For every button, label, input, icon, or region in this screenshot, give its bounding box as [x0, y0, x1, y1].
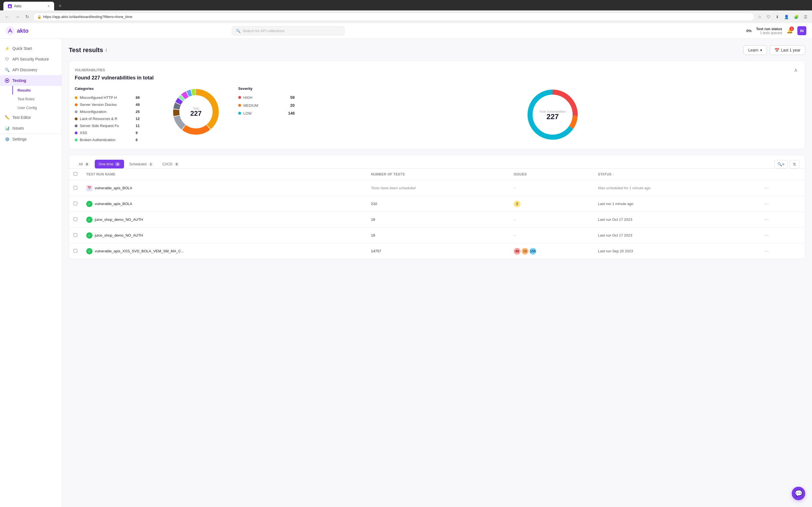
- sidebar-item-issues[interactable]: 📊 Issues: [0, 123, 62, 133]
- sidebar-item-settings[interactable]: ⚙️ Settings: [0, 133, 62, 145]
- table-header: Test run name Number of tests Issues Sta…: [69, 169, 805, 180]
- severity-label: HIGH: [243, 96, 288, 100]
- edit-icon: ✏️: [4, 115, 10, 120]
- page-actions: Learn ▾ 📅 Last 1 year: [744, 45, 805, 55]
- chat-button[interactable]: 💬: [792, 487, 805, 500]
- table-tabs: All 9 One time 8 Scheduled 1 CI/CD 0: [69, 155, 805, 169]
- url-bar[interactable]: 🔒 https://app.akto.io/dashboard/testing?…: [33, 13, 755, 21]
- chart-icon: 📊: [4, 126, 10, 131]
- url-text: https://app.akto.io/dashboard/testing?fi…: [43, 15, 132, 19]
- collapse-btn[interactable]: ∧: [792, 66, 799, 74]
- vuln-title: Found 227 vulnerabilities in total: [75, 75, 799, 81]
- profile-icon[interactable]: 👤: [783, 13, 790, 20]
- severity-title: Severity: [238, 87, 295, 91]
- sort-btn[interactable]: ⇅: [790, 160, 799, 168]
- menu-icon[interactable]: ☰: [803, 13, 809, 20]
- severity-dot: [238, 104, 241, 107]
- more-actions-btn[interactable]: ···: [762, 231, 771, 239]
- table-section: All 9 One time 8 Scheduled 1 CI/CD 0: [69, 155, 805, 260]
- row-checkbox[interactable]: [73, 249, 77, 252]
- data-table: Test run name Number of tests Issues Sta…: [69, 169, 805, 259]
- back-btn[interactable]: ←: [3, 13, 11, 20]
- sidebar-sub-test-roles[interactable]: Test Roles: [12, 95, 62, 103]
- svg-text:227: 227: [190, 110, 202, 117]
- vuln-section-label: Vulnerabilities: [75, 68, 105, 72]
- sidebar-item-test-editor[interactable]: ✏️ Test Editor: [0, 112, 62, 123]
- row-checkbox[interactable]: [73, 233, 77, 237]
- browser-nav: ← → ↻ 🔒 https://app.akto.io/dashboard/te…: [0, 10, 812, 23]
- status-cell: Last run 1 minute ago: [594, 196, 758, 212]
- categories-section: Categories Misconfigured HTTP H 89 Serve…: [75, 87, 154, 144]
- page-title-row: Test results ℹ: [69, 47, 107, 54]
- download-icon[interactable]: ⬇: [774, 13, 780, 20]
- severity-label: MEDIUM: [243, 103, 288, 108]
- row-checkbox[interactable]: [73, 186, 77, 189]
- page-header: Test results ℹ Learn ▾ 📅 Last 1 year: [69, 45, 805, 55]
- more-actions-btn[interactable]: ···: [762, 247, 771, 255]
- tab-one-time[interactable]: One time 8: [95, 160, 124, 168]
- bookmark-icon[interactable]: ☆: [757, 13, 763, 20]
- header-right: 0% Test run status 1 tests queued 🔔 1 IN: [746, 26, 806, 35]
- severity-count: 148: [288, 111, 295, 115]
- tab-scheduled[interactable]: Scheduled 1: [125, 160, 157, 168]
- severity-row: LOW 148: [238, 111, 295, 115]
- page-info-icon[interactable]: ℹ: [105, 48, 107, 53]
- shield-icon[interactable]: 🛡: [765, 13, 772, 20]
- issues-badge-blue: 155: [529, 248, 536, 255]
- learn-btn[interactable]: Learn ▾: [744, 45, 767, 55]
- category-row: Misconfigured HTTP H 89: [75, 94, 154, 101]
- category-dot: [75, 117, 78, 120]
- select-all-checkbox[interactable]: [73, 172, 77, 176]
- more-actions-btn[interactable]: ···: [762, 216, 771, 224]
- tab-close-btn[interactable]: ×: [48, 4, 50, 8]
- issues-cell: –: [509, 228, 594, 243]
- forward-btn[interactable]: →: [13, 13, 21, 20]
- sidebar-sub-user-config[interactable]: User Config: [12, 103, 62, 112]
- new-tab-btn[interactable]: +: [56, 2, 64, 10]
- lightning-icon: ⚡: [4, 46, 10, 51]
- col-tests: Number of tests: [366, 169, 509, 180]
- row-checkbox[interactable]: [73, 202, 77, 205]
- main-content: Test results ℹ Learn ▾ 📅 Last 1 year: [62, 39, 812, 507]
- sidebar-item-api-security[interactable]: 🛡 API Security Posture: [0, 54, 62, 64]
- more-actions-btn[interactable]: ···: [762, 184, 771, 192]
- more-actions-btn[interactable]: ···: [762, 200, 771, 208]
- run-name: vulnerable_apis_XSS_SVD_BOLA_VEM_SM_MA_C…: [95, 249, 184, 253]
- tab-all[interactable]: All 9: [75, 160, 94, 168]
- extensions-icon[interactable]: 🧩: [793, 13, 800, 20]
- category-count: 9: [136, 131, 138, 135]
- table-row: ✓ juice_shop_demo_NO_AUTH 19 – Last run …: [69, 212, 805, 228]
- header-search[interactable]: 🔍 Search for API collections: [232, 26, 345, 36]
- table-body: 📅 vulnerable_apis_BOLA Tests have been s…: [69, 180, 805, 259]
- browser-tab[interactable]: Akto ×: [3, 2, 54, 10]
- tab-title: Akto: [14, 4, 21, 8]
- refresh-btn[interactable]: ↻: [24, 13, 31, 20]
- tests-count: 14757: [366, 243, 509, 259]
- notification-btn[interactable]: 🔔 1: [786, 27, 793, 34]
- category-dot: [75, 124, 78, 127]
- status-cell: Last run Oct 17 2023: [594, 228, 758, 243]
- status-cell: Last run Oct 17 2023: [594, 212, 758, 228]
- table-row: ✓ vulnerable_apis_XSS_SVD_BOLA_VEM_SM_MA…: [69, 243, 805, 259]
- search-circle-icon: 🔍: [4, 67, 10, 72]
- issues-cell: –: [509, 180, 594, 196]
- category-name: Broken Authentication: [80, 138, 133, 142]
- category-dot: [75, 103, 78, 106]
- sidebar-label-test-editor: Test Editor: [12, 115, 31, 120]
- sidebar-item-quick-start[interactable]: ⚡ Quick Start: [0, 43, 62, 54]
- row-checkbox[interactable]: [73, 217, 77, 221]
- sidebar-sub-results[interactable]: Results: [12, 86, 62, 95]
- sidebar-item-testing[interactable]: Testing: [0, 75, 62, 86]
- sidebar-item-api-discovery[interactable]: 🔍 API Discovery: [0, 64, 62, 75]
- date-filter-btn[interactable]: 📅 Last 1 year: [770, 45, 805, 55]
- avatar[interactable]: IN: [797, 26, 806, 35]
- tests-queued: 1 tests queued: [756, 31, 782, 35]
- vuln-body: Categories Misconfigured HTTP H 89 Serve…: [75, 87, 799, 144]
- tab-cicd[interactable]: CI/CD 0: [158, 160, 183, 168]
- logo-text: akto: [17, 27, 29, 34]
- search-placeholder: Search for API collections: [243, 29, 285, 33]
- calendar-icon: 📅: [86, 185, 93, 191]
- category-name: XSS: [80, 131, 133, 135]
- search-filter-btn[interactable]: 🔍≡: [774, 160, 788, 168]
- progress-percent: 0%: [746, 29, 752, 33]
